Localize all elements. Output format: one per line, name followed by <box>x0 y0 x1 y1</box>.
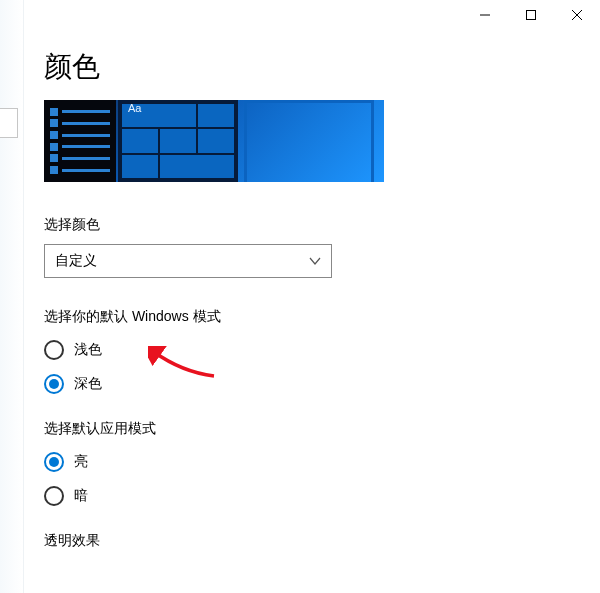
content-area: 颜色 Aa 选择颜色 自定义 选择你的默认 Windows 模式 浅色 <box>44 40 580 593</box>
radio-icon <box>44 374 64 394</box>
page-title: 颜色 <box>44 48 580 86</box>
preview-sample-text: Aa <box>128 102 141 114</box>
radio-label: 深色 <box>74 375 102 393</box>
maximize-icon <box>526 10 536 20</box>
left-sidebar-edge <box>0 0 24 593</box>
close-button[interactable] <box>554 0 600 30</box>
radio-icon <box>44 452 64 472</box>
transparency-label: 透明效果 <box>44 532 580 550</box>
preview-window-frame <box>244 100 374 182</box>
maximize-button[interactable] <box>508 0 554 30</box>
app-mode-light[interactable]: 亮 <box>44 452 580 472</box>
chevron-down-icon <box>309 255 321 267</box>
windows-mode-dark[interactable]: 深色 <box>44 374 580 394</box>
minimize-icon <box>480 10 490 20</box>
radio-icon <box>44 486 64 506</box>
app-mode-label: 选择默认应用模式 <box>44 420 580 438</box>
choose-color-label: 选择颜色 <box>44 216 580 234</box>
windows-mode-light[interactable]: 浅色 <box>44 340 580 360</box>
choose-color-selected: 自定义 <box>55 252 97 270</box>
window-controls <box>462 0 600 30</box>
app-mode-group: 亮 暗 <box>44 452 580 506</box>
sidebar-stub <box>0 108 18 138</box>
radio-icon <box>44 340 64 360</box>
preview-startmenu-list <box>44 100 116 182</box>
minimize-button[interactable] <box>462 0 508 30</box>
theme-preview: Aa <box>44 100 384 182</box>
choose-color-dropdown[interactable]: 自定义 <box>44 244 332 278</box>
svg-rect-1 <box>527 11 536 20</box>
radio-label: 亮 <box>74 453 88 471</box>
close-icon <box>572 10 582 20</box>
windows-mode-label: 选择你的默认 Windows 模式 <box>44 308 580 326</box>
radio-label: 浅色 <box>74 341 102 359</box>
radio-label: 暗 <box>74 487 88 505</box>
windows-mode-group: 浅色 深色 <box>44 340 580 394</box>
app-mode-dark[interactable]: 暗 <box>44 486 580 506</box>
